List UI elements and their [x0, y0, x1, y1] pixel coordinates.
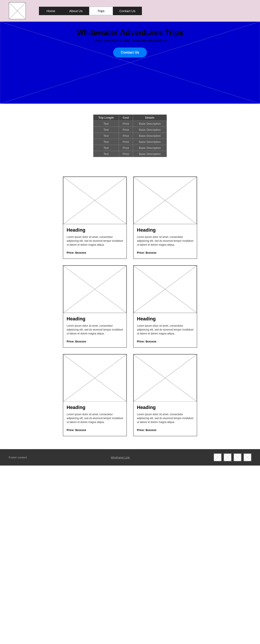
card-image-1	[133, 177, 197, 224]
footer-icon-2[interactable]	[224, 454, 231, 461]
card-price-0: Price: $xxxxxx	[67, 251, 123, 254]
card-text-0: Lorem ipsum dolor sit amet, consectetur …	[67, 235, 123, 247]
card-heading-3: Heading	[137, 316, 193, 322]
logo	[9, 2, 26, 20]
table-cell-4-2: Basic Description	[133, 145, 167, 151]
card-price-3: Price: $xxxxxx	[137, 340, 193, 343]
card-price-4: Price: $xxxxxx	[67, 428, 123, 432]
card-5: Heading Lorem ipsum dolor sit amet, cons…	[133, 354, 197, 436]
nav-about[interactable]: About Us	[63, 7, 89, 15]
col-trip-length: Trip Length	[93, 115, 119, 121]
footer-icon-3[interactable]	[234, 454, 241, 461]
table-cell-4-0: Text	[93, 145, 119, 151]
card-3: Heading Lorem ipsum dolor sit amet, cons…	[133, 265, 197, 348]
header: Home About Us Trips Contact Us	[0, 0, 260, 22]
footer: Footer content Wireframe Link	[0, 449, 260, 466]
card-price-5: Price: $xxxxxx	[137, 428, 193, 432]
card-price-2: Price: $xxxxxx	[67, 340, 123, 343]
card-0: Heading Lorem ipsum dolor sit amet, cons…	[63, 176, 127, 259]
table-row: TextPriceBasic Description	[93, 139, 167, 145]
card-heading-2: Heading	[67, 316, 123, 322]
table-cell-3-2: Basic Description	[133, 139, 167, 145]
table-cell-1-2: Basic Description	[133, 127, 167, 133]
card-heading-0: Heading	[67, 227, 123, 233]
table-cell-2-0: Text	[93, 133, 119, 139]
hero-title: Whitewater Adventures Trips	[77, 28, 184, 37]
card-image-4	[63, 354, 127, 402]
table-cell-1-1: Price	[119, 127, 133, 133]
trips-table-section: Trip Length Cost Details TextPriceBasic …	[0, 104, 260, 168]
footer-icons	[214, 454, 251, 461]
cards-grid: Heading Lorem ipsum dolor sit amet, cons…	[63, 176, 197, 436]
table-cell-0-2: Basic Description	[133, 121, 167, 127]
card-2: Heading Lorem ipsum dolor sit amet, cons…	[63, 265, 127, 348]
table-cell-0-0: Text	[93, 121, 119, 127]
col-cost: Cost	[119, 115, 133, 121]
card-heading-4: Heading	[67, 405, 123, 410]
table-cell-5-1: Price	[119, 151, 133, 157]
card-text-4: Lorem ipsum dolor sit amet, consectetur …	[67, 412, 123, 424]
table-row: TextPriceBasic Description	[93, 127, 167, 133]
hero-section: Whitewater Adventures Trips Lorem ipsum …	[0, 22, 260, 104]
card-text-5: Lorem ipsum dolor sit amet, consectetur …	[137, 412, 193, 424]
footer-wireframe-link[interactable]: Wireframe Link	[111, 456, 130, 459]
table-row: TextPriceBasic Description	[93, 151, 167, 157]
card-text-1: Lorem ipsum dolor sit amet, consectetur …	[137, 235, 193, 247]
col-details: Details	[133, 115, 167, 121]
footer-icon-4[interactable]	[243, 454, 251, 461]
card-heading-1: Heading	[137, 227, 193, 233]
table-cell-0-1: Price	[119, 121, 133, 127]
nav-trips[interactable]: Trips	[89, 7, 113, 15]
table-cell-4-1: Price	[119, 145, 133, 151]
main-nav: Home About Us Trips Contact Us	[39, 7, 142, 15]
table-cell-3-0: Text	[93, 139, 119, 145]
card-heading-5: Heading	[137, 405, 193, 410]
cards-section: Heading Lorem ipsum dolor sit amet, cons…	[54, 168, 206, 449]
card-image-0	[63, 177, 127, 224]
table-cell-2-1: Price	[119, 133, 133, 139]
table-cell-2-2: Basic Description	[133, 133, 167, 139]
svg-rect-0	[9, 2, 26, 19]
card-1: Heading Lorem ipsum dolor sit amet, cons…	[133, 176, 197, 259]
hero-cta-button[interactable]: Contact Us	[113, 48, 147, 58]
table-row: TextPriceBasic Description	[93, 145, 167, 151]
card-text-2: Lorem ipsum dolor sit amet, consectetur …	[67, 324, 123, 336]
card-image-2	[63, 266, 127, 313]
table-row: TextPriceBasic Description	[93, 133, 167, 139]
table-cell-5-2: Basic Description	[133, 151, 167, 157]
nav-home[interactable]: Home	[39, 7, 63, 15]
card-image-5	[133, 354, 197, 402]
table-cell-5-0: Text	[93, 151, 119, 157]
footer-content-text: Footer content	[9, 456, 27, 459]
table-row: TextPriceBasic Description	[93, 121, 167, 127]
table-cell-3-1: Price	[119, 139, 133, 145]
card-image-3	[133, 266, 197, 313]
nav-contact[interactable]: Contact Us	[113, 7, 142, 15]
footer-icon-1[interactable]	[214, 454, 221, 461]
card-4: Heading Lorem ipsum dolor sit amet, cons…	[63, 354, 127, 436]
hero-subtitle: Lorem ipsum dolor sit amet, consectetur …	[93, 39, 167, 42]
trips-table: Trip Length Cost Details TextPriceBasic …	[93, 114, 167, 157]
table-cell-1-0: Text	[93, 127, 119, 133]
card-price-1: Price: $xxxxxx	[137, 251, 193, 254]
table-header-row: Trip Length Cost Details	[93, 115, 167, 121]
card-text-3: Lorem ipsum dolor sit amet, consectetur …	[137, 324, 193, 336]
